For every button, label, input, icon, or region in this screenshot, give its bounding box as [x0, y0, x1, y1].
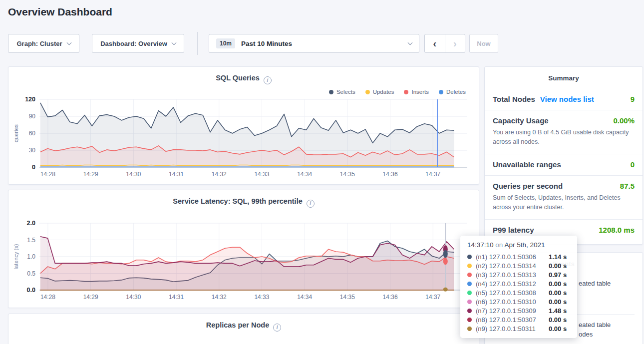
x-axis-tick: 14:29: [76, 171, 106, 178]
dashboard-dropdown[interactable]: Dashboard: Overview: [92, 34, 184, 53]
x-axis-tick: 14:32: [204, 294, 234, 301]
series-dot-icon: [467, 309, 472, 313]
series-dot-icon: [467, 264, 472, 268]
summary-title: Summary: [485, 67, 643, 87]
series-dot-icon: [467, 255, 472, 259]
tooltip-row: (n3) 127.0.0.1:503130.97 s: [467, 270, 571, 279]
series-dot-icon: [467, 318, 472, 322]
x-axis-tick: 14:31: [161, 171, 191, 178]
chevron-down-icon: [171, 40, 176, 45]
series-dot-icon: [467, 327, 472, 331]
x-axis-tick: 14:35: [332, 294, 362, 301]
x-axis-tick: 14:28: [33, 294, 63, 301]
event-text-fragment: eated table: [579, 280, 611, 287]
unavailable-ranges-label: Unavailable ranges: [493, 160, 561, 169]
time-range-selector[interactable]: 10m Past 10 Minutes: [209, 34, 419, 53]
x-axis-tick: 14:34: [290, 294, 320, 301]
qps-description: Sum of Selects, Updates, Inserts, and De…: [493, 193, 635, 213]
qps-label: Queries per second: [493, 182, 563, 190]
prev-time-button[interactable]: ‹: [425, 34, 445, 52]
chart-title-text: Replicas per Node: [206, 321, 270, 329]
info-icon[interactable]: i: [273, 324, 281, 332]
unavailable-ranges-value: 0: [631, 160, 635, 169]
overview-dashboard-page: Overview Dashboard Graph: Cluster Dashbo…: [0, 0, 644, 344]
time-range-badge: 10m: [216, 38, 235, 48]
summary-row-qps: Queries per second 87.5 Sum of Selects, …: [485, 175, 643, 219]
replicas-per-node-panel: Replicas per Nodei: [8, 314, 479, 344]
x-axis-tick: 14:35: [332, 171, 362, 178]
summary-row-unavailable: Unavailable ranges 0: [485, 154, 643, 175]
series-dot-icon: [467, 300, 472, 304]
view-nodes-list-link[interactable]: View nodes list: [540, 95, 594, 103]
chart-hover-tooltip: 14:37:10 on Apr 5th, 2021 (n1) 127.0.0.1…: [460, 236, 577, 338]
qps-value: 87.5: [620, 182, 635, 190]
series-dot-icon: [467, 282, 472, 286]
tooltip-row: (n7) 127.0.0.1:503091.48 s: [467, 306, 571, 315]
tooltip-row: (n5) 127.0.0.1:503080.00 s: [467, 288, 571, 297]
x-axis-tick: 14:37: [418, 294, 448, 301]
page-title: Overview Dashboard: [8, 6, 112, 18]
x-axis-tick: 14:31: [161, 294, 191, 301]
service-latency-panel: Service Latency: SQL, 99th percentilei 0…: [8, 190, 479, 308]
dashboard-dropdown-label: Dashboard: Overview: [100, 40, 167, 47]
tooltip-timestamp: 14:37:10 on Apr 5th, 2021: [467, 241, 571, 249]
tooltip-row: (n1) 127.0.0.1:503061.14 s: [467, 252, 571, 261]
capacity-label: Capacity Usage: [493, 116, 549, 125]
event-text-fragment: odes: [579, 331, 593, 338]
tooltip-row: (n4) 127.0.0.1:503120.00 s: [467, 279, 571, 288]
tooltip-row: (n2) 127.0.0.1:503140.00 s: [467, 261, 571, 270]
x-axis-tick: 14:33: [247, 294, 277, 301]
chevron-down-icon: [66, 40, 71, 45]
x-axis-tick: 14:33: [247, 171, 277, 178]
capacity-value: 0.00%: [613, 116, 635, 125]
total-nodes-value: 9: [631, 95, 635, 103]
series-dot-icon: [467, 291, 472, 295]
x-axis-tick: 14:28: [33, 171, 63, 178]
x-axis-tick: 14:36: [375, 294, 405, 301]
tooltip-row: (n8) 127.0.0.1:503070.00 s: [467, 315, 571, 324]
x-axis-tick: 14:30: [118, 171, 148, 178]
x-axis-tick: 14:30: [118, 294, 148, 301]
series-dot-icon: [467, 273, 472, 277]
y-axis-label: queries: [10, 99, 21, 167]
p99-latency-label: P99 latency: [493, 226, 534, 234]
sql-queries-panel: SQL Queriesi Selects Updates Inserts Del…: [8, 66, 479, 185]
summary-row-capacity: Capacity Usage 0.00% You are using 0 B o…: [485, 110, 643, 154]
summary-panel: Summary Total Nodes View nodes list 9 Ca…: [484, 66, 643, 245]
toolbar-divider: [197, 32, 198, 55]
service-latency-chart[interactable]: 0.00.51.01.52.014:2814:2914:3014:3114:32…: [8, 190, 479, 308]
x-axis-tick: 14:32: [204, 171, 234, 178]
y-axis-label: latency (s): [10, 223, 21, 290]
event-text-fragment: eated table: [579, 321, 611, 329]
summary-row-total-nodes: Total Nodes View nodes list 9: [485, 87, 643, 110]
graph-dropdown-label: Graph: Cluster: [16, 40, 62, 47]
chart-title: Replicas per Nodei: [8, 321, 479, 332]
graph-dropdown[interactable]: Graph: Cluster: [8, 34, 79, 53]
x-axis-tick: 14:34: [290, 171, 320, 178]
p99-latency-value: 1208.0 ms: [599, 226, 635, 234]
next-time-button[interactable]: ›: [445, 34, 465, 52]
capacity-description: You are using 0 B of 4.5 GiB usable disk…: [493, 128, 635, 147]
time-range-label: Past 10 Minutes: [241, 40, 402, 47]
sql-queries-chart[interactable]: 030609012014:2814:2914:3014:3114:3214:33…: [8, 67, 479, 184]
now-button[interactable]: Now: [469, 34, 498, 53]
x-axis-tick: 14:37: [418, 171, 448, 178]
time-step-buttons: ‹ ›: [424, 34, 465, 53]
total-nodes-label: Total Nodes: [493, 95, 535, 103]
tooltip-row: (n6) 127.0.0.1:503100.00 s: [467, 297, 571, 306]
tooltip-row: (n9) 127.0.0.1:503110.00 s: [467, 324, 571, 333]
x-axis-tick: 14:36: [375, 171, 405, 178]
chevron-down-icon: [408, 40, 413, 45]
x-axis-tick: 14:29: [76, 294, 106, 301]
